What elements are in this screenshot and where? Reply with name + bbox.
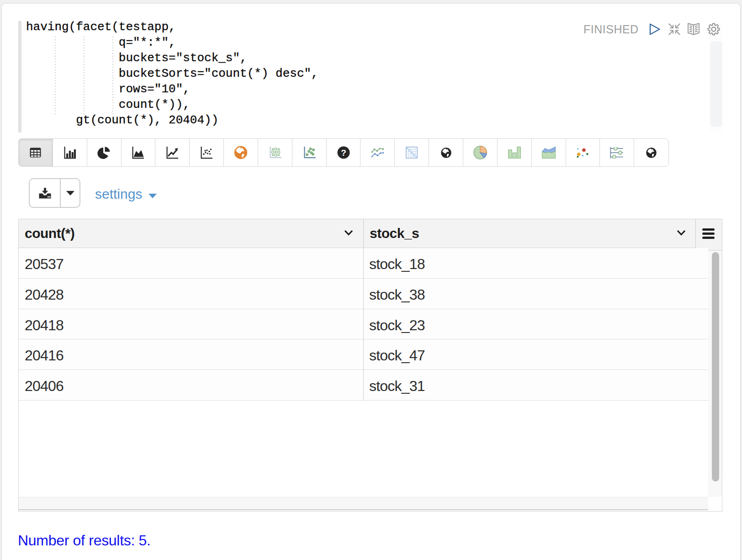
svg-text:?: ?	[341, 148, 346, 158]
